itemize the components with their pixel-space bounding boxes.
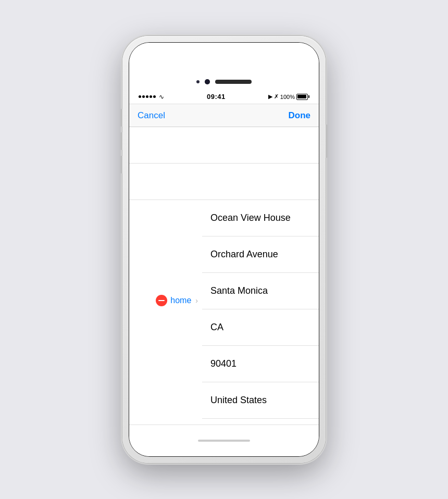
speaker	[215, 80, 252, 84]
label-side: home ›	[129, 200, 202, 401]
field-side: Ocean View House Orchard Avenue Santa Mo…	[202, 200, 319, 401]
field-city-value: Santa Monica	[210, 285, 268, 296]
label-container: home ›	[156, 295, 198, 306]
phone-screen: ∿ 09:41 ▶ ✗ 100% Cancel Done	[129, 42, 319, 457]
content-area: home › Ocean View House Orchard Avenue	[129, 127, 319, 425]
field-row-zip[interactable]: 90401	[202, 346, 319, 382]
wifi-icon: ∿	[159, 93, 164, 101]
field-state-value: CA	[210, 322, 223, 333]
home-indicator	[198, 440, 250, 442]
status-bar: ∿ 09:41 ▶ ✗ 100%	[129, 90, 319, 104]
nav-bar: Cancel Done	[129, 104, 319, 127]
front-camera	[205, 79, 210, 84]
address-label-row: home › Ocean View House Orchard Avenue	[129, 200, 319, 401]
bottom-bezel	[129, 425, 319, 456]
camera-area	[196, 79, 252, 84]
field-street2-value: Orchard Avenue	[210, 249, 278, 260]
done-button[interactable]: Done	[289, 110, 311, 121]
signal-icon	[139, 95, 156, 98]
sensor	[196, 80, 200, 83]
field-street1-value: Ocean View House	[210, 213, 291, 223]
top-empty-rows	[129, 127, 319, 200]
empty-row-1	[129, 127, 319, 164]
field-row-city[interactable]: Santa Monica	[202, 273, 319, 309]
field-row-state[interactable]: CA	[202, 309, 319, 346]
address-list: home › Ocean View House Orchard Avenue	[129, 127, 319, 425]
battery-icon	[296, 94, 309, 100]
clock: 09:41	[207, 93, 226, 101]
field-country-value: United States	[210, 395, 267, 406]
battery-percent: 100%	[280, 94, 295, 100]
location-icon: ▶	[268, 93, 272, 100]
phone-frame: ∿ 09:41 ▶ ✗ 100% Cancel Done	[122, 36, 326, 463]
field-zip-value: 90401	[210, 358, 237, 369]
top-bezel	[129, 43, 319, 90]
status-right: ▶ ✗ 100%	[268, 93, 309, 100]
minus-button[interactable]	[156, 295, 167, 306]
address-label[interactable]: home	[170, 296, 191, 305]
status-left: ∿	[139, 93, 164, 101]
cancel-button[interactable]: Cancel	[138, 110, 165, 121]
field-row-country[interactable]: United States	[202, 382, 319, 419]
bluetooth-icon: ✗	[274, 93, 279, 100]
field-row-street1[interactable]: Ocean View House	[202, 200, 319, 236]
field-row-street2[interactable]: Orchard Avenue	[202, 236, 319, 273]
empty-row-2	[129, 164, 319, 200]
chevron-right-icon: ›	[195, 296, 198, 305]
